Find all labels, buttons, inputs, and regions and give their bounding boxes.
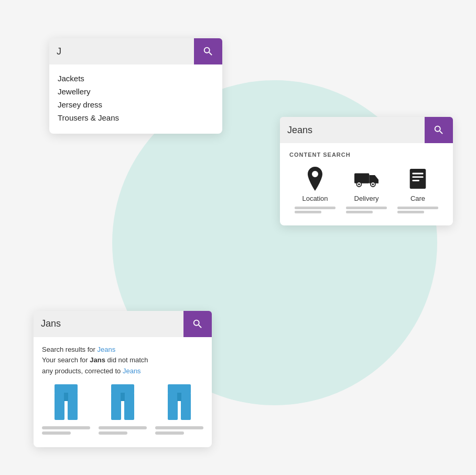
list-item[interactable]: Jewellery — [58, 85, 214, 98]
delivery-icon-wrap — [354, 166, 379, 191]
spell-search-input[interactable] — [34, 311, 183, 337]
care-icon-wrap — [405, 166, 430, 191]
spell-correction-text: Search results for Jeans Your search for… — [42, 344, 203, 377]
location-pin-icon — [306, 167, 324, 191]
svg-point-16 — [372, 183, 374, 186]
product-line — [42, 426, 90, 429]
svg-point-14 — [358, 183, 360, 186]
list-item[interactable]: Trousers & Jeans — [58, 111, 214, 124]
svg-rect-9 — [168, 393, 178, 420]
svg-rect-18 — [413, 173, 424, 175]
product-item — [42, 384, 90, 437]
autocomplete-search-bar — [49, 38, 222, 64]
spell-search-button[interactable] — [183, 311, 212, 337]
svg-rect-7 — [121, 393, 125, 401]
corrected-term-1: Jeans — [98, 346, 116, 353]
svg-rect-5 — [111, 393, 121, 420]
icon-lines — [346, 207, 387, 215]
autocomplete-list: Jackets Jewellery Jersey dress Trousers … — [49, 64, 222, 134]
autocomplete-search-button[interactable] — [194, 38, 222, 64]
svg-rect-8 — [168, 384, 191, 394]
svg-rect-2 — [68, 393, 78, 420]
product-lines — [99, 426, 147, 437]
product-line — [42, 431, 71, 435]
product-item — [99, 384, 147, 437]
search-icon — [202, 46, 214, 57]
svg-rect-0 — [55, 384, 78, 394]
location-label: Location — [302, 195, 328, 202]
care-label: Care — [410, 195, 425, 202]
icon-lines — [397, 207, 438, 215]
svg-rect-6 — [124, 393, 134, 420]
icon-lines — [295, 207, 336, 215]
svg-rect-10 — [181, 393, 191, 420]
content-search-card: CONTENT SEARCH Location — [280, 117, 453, 225]
products-row — [42, 384, 203, 437]
content-icon-care[interactable]: Care — [392, 166, 443, 215]
product-line — [155, 431, 184, 435]
list-item[interactable]: Jackets — [58, 72, 214, 85]
content-icon-location[interactable]: Location — [289, 166, 341, 215]
delivery-label: Delivery — [354, 195, 379, 202]
scene: Jackets Jewellery Jersey dress Trousers … — [7, 12, 469, 463]
spell-correction-card: Search results for Jeans Your search for… — [34, 311, 212, 447]
spell-correction-body: Search results for Jeans Your search for… — [34, 337, 212, 447]
svg-rect-11 — [177, 393, 181, 401]
product-line — [155, 426, 203, 429]
autocomplete-card: Jackets Jewellery Jersey dress Trousers … — [49, 38, 222, 134]
svg-rect-4 — [111, 384, 134, 394]
jean-icon — [52, 384, 80, 422]
corrected-term-2: Jeans — [123, 367, 141, 375]
content-search-bar — [280, 117, 453, 143]
jean-icon — [166, 384, 193, 422]
location-icon-wrap — [302, 166, 328, 191]
content-search-body: CONTENT SEARCH Location — [280, 143, 453, 225]
original-term: Jans — [90, 356, 105, 364]
svg-rect-17 — [410, 169, 426, 189]
svg-rect-20 — [413, 180, 419, 181]
product-line — [99, 426, 147, 429]
content-search-button[interactable] — [425, 117, 453, 143]
svg-rect-19 — [413, 176, 424, 178]
care-document-icon — [408, 168, 427, 190]
list-item[interactable]: Jersey dress — [58, 98, 214, 111]
search-icon — [192, 318, 203, 330]
content-search-input[interactable] — [280, 117, 425, 143]
product-line — [99, 431, 127, 435]
delivery-truck-icon — [354, 169, 378, 188]
svg-rect-1 — [55, 393, 64, 420]
svg-rect-12 — [354, 173, 369, 183]
autocomplete-search-input[interactable] — [49, 39, 194, 64]
content-icon-delivery[interactable]: Delivery — [341, 166, 392, 215]
content-icons-row: Location — [289, 166, 443, 215]
product-item — [155, 384, 203, 437]
svg-rect-3 — [64, 393, 68, 401]
product-lines — [155, 426, 203, 437]
spell-search-bar — [34, 311, 212, 337]
content-search-title: CONTENT SEARCH — [289, 152, 443, 158]
product-lines — [42, 426, 90, 437]
search-icon — [433, 124, 445, 136]
jean-icon — [109, 384, 136, 422]
